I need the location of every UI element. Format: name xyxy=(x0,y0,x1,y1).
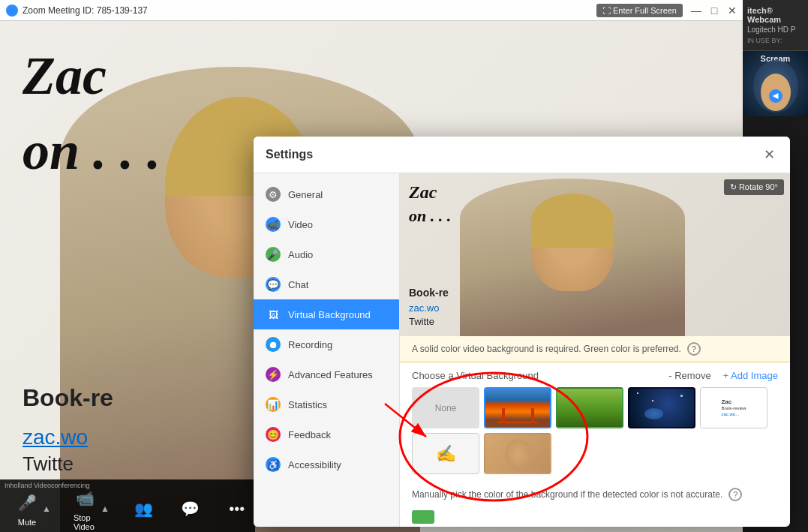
zoom-icon xyxy=(6,5,18,17)
chat-button[interactable]: 💬 xyxy=(179,497,203,521)
info-banner: A solid color video background is requir… xyxy=(400,336,790,362)
audio-label: Audio xyxy=(288,249,313,260)
advanced-icon: ⚡ xyxy=(266,367,281,382)
main-text-zacwo: zac.wo xyxy=(23,425,88,449)
stop-video-button[interactable]: 📹 Stop Video xyxy=(74,486,98,531)
settings-header: Settings ✕ xyxy=(254,137,790,173)
settings-modal: Settings ✕ ⚙ General 📹 Video 🎤 Audio 💬 C… xyxy=(254,137,790,527)
chat-settings-icon: 💬 xyxy=(266,277,281,292)
video-settings-label: Video xyxy=(288,219,313,230)
sidebar-item-chat[interactable]: 💬 Chat xyxy=(254,269,399,299)
rotate-button[interactable]: ↻ Rotate 90° xyxy=(724,179,784,195)
general-label: General xyxy=(288,189,323,200)
vbg-thumb-nature[interactable] xyxy=(556,387,623,428)
accessibility-label: Accessibility xyxy=(288,459,341,470)
participants-button[interactable]: 👥 xyxy=(132,497,156,521)
preview-text-twitte: Twitte xyxy=(409,316,434,327)
color-swatch[interactable] xyxy=(412,510,434,524)
in-use-label: IN USE BY: xyxy=(747,37,803,44)
preview-text-on: on . . . xyxy=(409,206,451,226)
vbg-remove-button[interactable]: - Remove xyxy=(668,370,710,381)
color-picker-label: Manually pick the color of the backgroun… xyxy=(412,489,722,500)
vbg-add-button[interactable]: + Add Image xyxy=(723,370,778,381)
participants-icon: 👥 xyxy=(132,497,156,521)
vbg-title: Choose a Virtual Background xyxy=(412,370,539,381)
chat-icon: 💬 xyxy=(179,497,203,521)
title-bar-left: Zoom Meeting ID: 785-139-137 xyxy=(6,5,148,17)
vbg-thumb-avatar[interactable] xyxy=(484,433,551,474)
none-label: None xyxy=(435,403,457,413)
chat-label: Chat xyxy=(288,279,308,290)
sidebar-item-virtual-background[interactable]: 🖼 Virtual Background xyxy=(254,299,399,329)
video-group: 📹 Stop Video ▲ xyxy=(74,486,110,531)
main-text-zac: Zac xyxy=(23,45,107,107)
sidebar-item-feedback[interactable]: 😊 Feedback xyxy=(254,419,399,449)
close-window-button[interactable]: ✕ xyxy=(728,6,737,15)
title-bar-right: ⛶ Enter Full Screen — □ ✕ xyxy=(596,4,737,17)
more-button[interactable]: ••• xyxy=(225,497,249,521)
color-swatch-container xyxy=(400,507,790,527)
fullscreen-button[interactable]: ⛶ Enter Full Screen xyxy=(596,4,683,17)
vbg-thumb-space[interactable] xyxy=(628,387,695,428)
camera-title: itech® Webcam xyxy=(747,6,803,24)
maximize-button[interactable]: □ xyxy=(710,6,719,15)
sidebar-item-advanced[interactable]: ⚡ Advanced Features xyxy=(254,359,399,389)
mute-button[interactable]: 🎤 Mute xyxy=(15,491,39,527)
general-icon: ⚙ xyxy=(266,187,281,202)
mute-label: Mute xyxy=(18,518,36,527)
settings-sidebar: ⚙ General 📹 Video 🎤 Audio 💬 Chat 🖼 Virtu… xyxy=(254,173,400,527)
sidebar-item-video[interactable]: 📹 Video xyxy=(254,209,399,239)
virtual-background-label: Virtual Background xyxy=(288,309,371,320)
bottom-toolbar: Inholland Videoconferencing 🎤 Mute ▲ 📹 S… xyxy=(0,479,255,532)
camera-subtitle: Logitech HD P xyxy=(747,26,803,34)
mute-group: 🎤 Mute ▲ xyxy=(15,491,51,527)
mute-icon: 🎤 xyxy=(15,491,39,515)
main-text-on: on . . . xyxy=(23,120,161,182)
video-chevron[interactable]: ▲ xyxy=(101,503,110,514)
accessibility-icon: ♿ xyxy=(266,457,281,472)
vbg-thumb-bridge[interactable] xyxy=(484,387,551,428)
info-text: A solid color video background is requir… xyxy=(412,344,681,354)
feedback-icon: 😊 xyxy=(266,427,281,442)
preview-text-zac: Zac xyxy=(409,182,437,203)
camera-preview: Scream xyxy=(743,51,808,116)
recording-label: Recording xyxy=(288,339,332,350)
statistics-icon: 📊 xyxy=(266,397,281,412)
advanced-label: Advanced Features xyxy=(288,369,373,380)
settings-video-preview: Zac on . . . Book-re zac.wo Twitte ↻ Rot… xyxy=(400,173,790,336)
settings-content: Zac on . . . Book-re zac.wo Twitte ↻ Rot… xyxy=(400,173,790,527)
brand-label: Inholland Videoconferencing xyxy=(5,482,89,489)
window-title: Zoom Meeting ID: 785-139-137 xyxy=(23,5,148,16)
color-help-icon[interactable]: ? xyxy=(728,488,742,501)
virtual-background-icon: 🖼 xyxy=(266,307,281,322)
more-icon: ••• xyxy=(225,497,249,521)
color-picker-row: Manually pick the color of the backgroun… xyxy=(400,482,790,507)
camera-header: itech® Webcam Logitech HD P IN USE BY: xyxy=(743,0,808,51)
vbg-thumb-slide2[interactable]: ✍ xyxy=(412,433,479,474)
settings-close-button[interactable]: ✕ xyxy=(760,146,778,164)
sidebar-item-accessibility[interactable]: ♿ Accessibility xyxy=(254,449,399,479)
sidebar-item-recording[interactable]: ⏺ Recording xyxy=(254,329,399,359)
sidebar-item-general[interactable]: ⚙ General xyxy=(254,179,399,209)
vbg-thumbnails: None xyxy=(412,387,778,474)
vbg-thumb-none[interactable]: None xyxy=(412,387,479,428)
mute-chevron[interactable]: ▲ xyxy=(42,503,51,514)
recording-icon: ⏺ xyxy=(266,337,281,352)
feedback-label: Feedback xyxy=(288,429,331,440)
video-label: Stop Video xyxy=(74,513,98,531)
settings-title: Settings xyxy=(266,148,313,161)
settings-body: ⚙ General 📹 Video 🎤 Audio 💬 Chat 🖼 Virtu… xyxy=(254,173,790,527)
main-text-twitte: Twitte xyxy=(23,452,74,476)
preview-text-book: Book-re xyxy=(409,287,449,299)
vbg-chooser: Choose a Virtual Background - Remove + A… xyxy=(400,362,790,482)
main-text-book: Book-re xyxy=(23,384,113,412)
vbg-thumb-slide1[interactable]: Zac Book-review zac.wo... xyxy=(700,387,767,428)
sidebar-item-audio[interactable]: 🎤 Audio xyxy=(254,239,399,269)
svg-point-0 xyxy=(9,8,15,14)
minimize-button[interactable]: — xyxy=(692,6,701,15)
video-icon: 📹 xyxy=(74,486,98,510)
video-settings-icon: 📹 xyxy=(266,217,281,232)
preview-text-zacwo: zac.wo xyxy=(409,302,439,314)
sidebar-item-statistics[interactable]: 📊 Statistics xyxy=(254,389,399,419)
info-icon[interactable]: ? xyxy=(687,342,701,356)
